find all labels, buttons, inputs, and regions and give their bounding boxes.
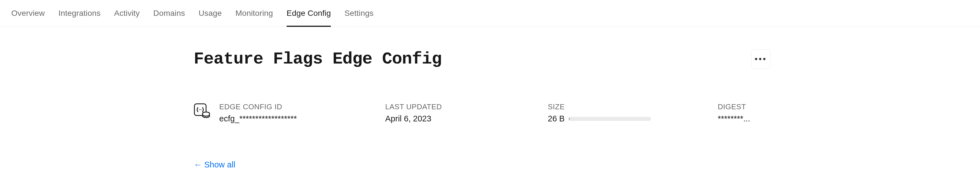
header-row: Feature Flags Edge Config ••• [194, 49, 878, 69]
size-value: 26 B [548, 114, 565, 123]
tab-activity[interactable]: Activity [114, 9, 140, 27]
more-button[interactable]: ••• [751, 49, 770, 69]
tab-edge-config[interactable]: Edge Config [286, 9, 331, 27]
show-all-row: ← Show all [194, 160, 878, 169]
info-block-digest: DIGEST ********... [718, 102, 803, 123]
id-value: ecfg_****************** [219, 114, 385, 123]
show-all-link[interactable]: ← Show all [194, 160, 235, 169]
tab-integrations[interactable]: Integrations [58, 9, 100, 27]
arrow-left-icon: ← [194, 160, 202, 169]
info-block-id: EDGE CONFIG ID ecfg_****************** [219, 102, 385, 123]
show-all-label: Show all [204, 160, 235, 169]
info-row: EDGE CONFIG ID ecfg_****************** L… [194, 102, 878, 123]
tab-domains[interactable]: Domains [153, 9, 185, 27]
id-label: EDGE CONFIG ID [219, 102, 385, 111]
edge-config-icon [194, 102, 210, 118]
tab-settings[interactable]: Settings [344, 9, 374, 27]
svg-point-2 [200, 109, 201, 110]
size-progress-fill [569, 117, 570, 121]
tab-usage[interactable]: Usage [199, 9, 222, 27]
size-label: SIZE [548, 102, 718, 111]
updated-label: LAST UPDATED [385, 102, 548, 111]
size-progress-bar [569, 117, 651, 121]
digest-value: ********... [718, 114, 803, 123]
page-title: Feature Flags Edge Config [194, 49, 442, 69]
tabs-bar: Overview Integrations Activity Domains U… [0, 0, 980, 27]
info-block-updated: LAST UPDATED April 6, 2023 [385, 102, 548, 123]
info-block-size: SIZE 26 B [548, 102, 718, 123]
updated-value: April 6, 2023 [385, 114, 548, 123]
svg-point-1 [199, 109, 200, 110]
tab-monitoring[interactable]: Monitoring [235, 9, 273, 27]
tab-overview[interactable]: Overview [11, 9, 45, 27]
content: Feature Flags Edge Config ••• EDGE CONFI… [0, 27, 878, 169]
digest-label: DIGEST [718, 102, 803, 111]
